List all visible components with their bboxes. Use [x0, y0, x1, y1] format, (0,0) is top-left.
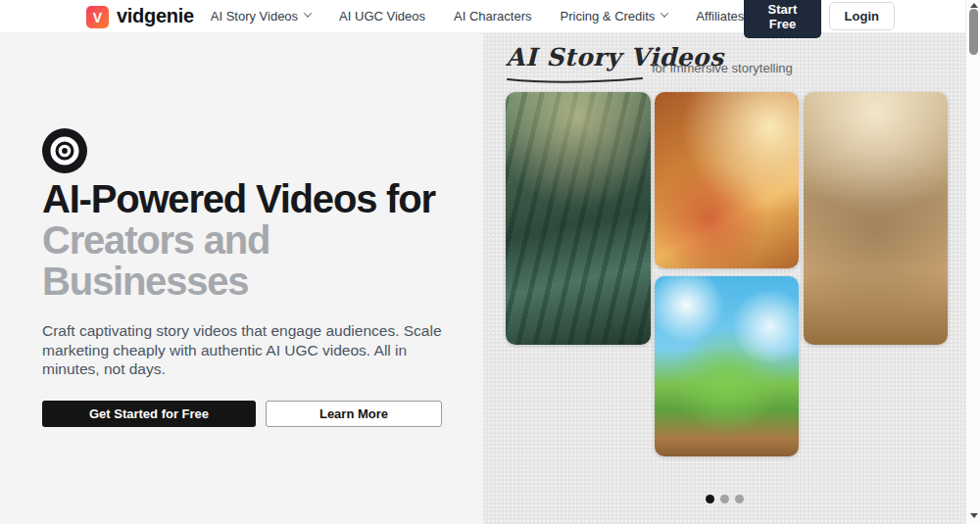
- carousel-dot[interactable]: [735, 495, 744, 503]
- nav-actions: Start Free Login: [744, 0, 895, 38]
- hero-title-dark: AI-Powered Videos for: [42, 177, 435, 220]
- nav-item-ai-characters[interactable]: AI Characters: [454, 9, 531, 24]
- chevron-down-icon: [661, 9, 668, 17]
- brand[interactable]: V vidgenie: [86, 4, 194, 28]
- brand-name: vidgenie: [117, 5, 194, 27]
- underline-stroke: [506, 75, 645, 85]
- story-video-thumbnail-dinosaur: [655, 276, 799, 456]
- page-content: AI-Powered Videos for Creators and Busin…: [0, 33, 965, 524]
- hero-section: AI-Powered Videos for Creators and Busin…: [0, 33, 483, 524]
- main-menu: AI Story Videos AI UGC Videos AI Charact…: [211, 9, 745, 24]
- nav-item-label: AI Characters: [454, 9, 531, 24]
- vidgenie-landing-page: V vidgenie AI Story Videos AI UGC Videos…: [0, 0, 980, 524]
- story-video-thumbnail-kangaroo-chef: [655, 92, 799, 268]
- nav-item-pricing-credits[interactable]: Pricing & Credits: [561, 9, 668, 24]
- scroll-down-arrow-icon[interactable]: [970, 513, 978, 518]
- hero-description: Craft captivating story videos that enga…: [42, 321, 454, 379]
- chevron-down-icon: [304, 9, 312, 17]
- nav-item-ai-ugc-videos[interactable]: AI UGC Videos: [339, 9, 425, 24]
- nav-item-label: Pricing & Credits: [561, 9, 656, 24]
- nav-item-affiliates[interactable]: Affiliates: [696, 9, 744, 24]
- story-video-thumbnail-explorer: [506, 92, 651, 345]
- nav-item-label: AI Story Videos: [211, 9, 298, 24]
- vidgenie-logo-icon: V: [86, 6, 109, 28]
- nav-item-label: AI UGC Videos: [339, 9, 425, 24]
- hero-title: AI-Powered Videos for Creators and Busin…: [42, 178, 471, 302]
- hero-cta-row: Get Started for Free Learn More: [42, 401, 442, 427]
- carousel-dots: [483, 495, 965, 503]
- showcase-subtitle: for immersive storytelling: [652, 61, 793, 75]
- nav-item-ai-story-videos[interactable]: AI Story Videos: [211, 9, 311, 24]
- hero-title-gray: Creators and Businesses: [42, 218, 270, 303]
- carousel-dot[interactable]: [706, 495, 714, 503]
- login-button[interactable]: Login: [829, 2, 895, 30]
- start-free-button[interactable]: Start Free: [744, 0, 820, 38]
- get-started-button[interactable]: Get Started for Free: [42, 401, 256, 427]
- top-navigation: V vidgenie AI Story Videos AI UGC Videos…: [0, 0, 965, 33]
- target-icon: [42, 128, 87, 173]
- learn-more-button[interactable]: Learn More: [266, 401, 442, 427]
- vertical-scrollbar[interactable]: [965, 0, 980, 524]
- nav-item-label: Affiliates: [696, 9, 744, 24]
- story-video-thumbnail-desert-women: [804, 92, 948, 345]
- showcase-section: AI Story Videos for immersive storytelli…: [483, 33, 965, 524]
- scrollbar-thumb[interactable]: [969, 9, 978, 55]
- logo-letter: V: [93, 10, 102, 25]
- carousel-dot[interactable]: [720, 495, 729, 503]
- scroll-up-arrow-icon[interactable]: [970, 3, 978, 8]
